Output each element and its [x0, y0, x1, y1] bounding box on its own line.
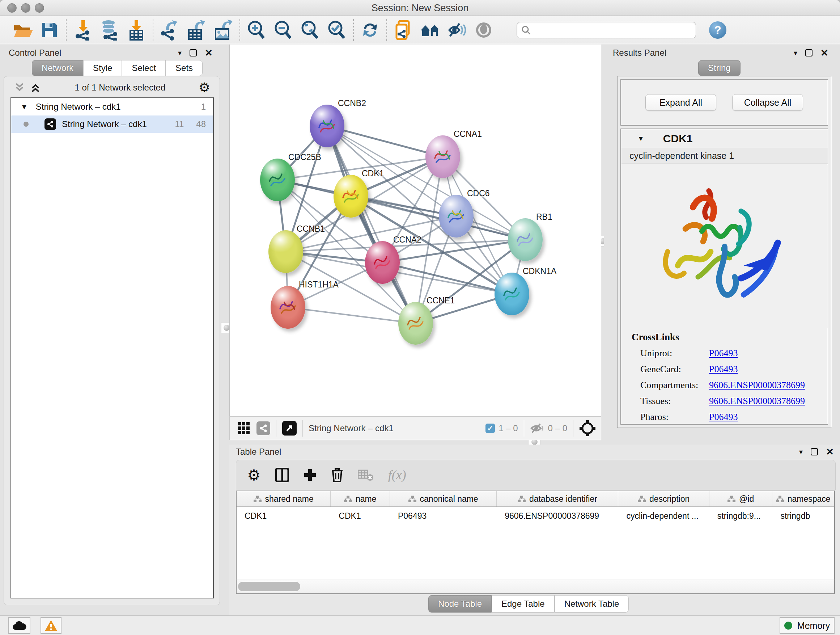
tab-string[interactable]: String: [698, 60, 741, 76]
import-table-icon[interactable]: [123, 19, 150, 42]
column-header-description[interactable]: description: [618, 491, 709, 507]
crosslink-link[interactable]: P06493: [709, 348, 737, 359]
import-network-icon[interactable]: [69, 19, 96, 42]
table-cell[interactable]: CDK1: [237, 508, 331, 524]
column-header-name[interactable]: name: [331, 491, 390, 507]
zoom-fit-icon[interactable]: [297, 19, 324, 42]
node-CCNB1[interactable]: [268, 230, 303, 273]
selected-checkbox-icon[interactable]: ✓: [485, 424, 495, 433]
node-CDKN1A[interactable]: [494, 272, 529, 315]
expand-all-button[interactable]: Expand All: [645, 94, 716, 111]
node-RB1[interactable]: [508, 218, 543, 261]
show-home-icon[interactable]: [417, 19, 444, 42]
crosslink-link[interactable]: P06493: [709, 364, 737, 375]
export-table-icon[interactable]: [183, 19, 210, 42]
memory-button[interactable]: Memory: [780, 617, 835, 634]
warnings-button[interactable]: [41, 617, 62, 634]
network-canvas[interactable]: CCNB2CCNA1CDC25BCDK1CDC6RB1CCNB1CCNA2CDK…: [229, 44, 601, 416]
open-session-icon[interactable]: [9, 19, 36, 42]
export-image-icon[interactable]: [210, 19, 237, 42]
cloud-status-button[interactable]: [8, 617, 30, 634]
tab-sets[interactable]: Sets: [166, 60, 202, 76]
search-field[interactable]: [516, 22, 696, 38]
refresh-view-icon[interactable]: [357, 19, 384, 42]
column-header-canonicalname[interactable]: canonical name: [390, 491, 497, 507]
float-panel-icon[interactable]: [189, 49, 197, 57]
close-panel-icon[interactable]: ✕: [821, 49, 829, 57]
panel-menu-icon[interactable]: ▾: [178, 49, 182, 57]
table-options-gear-icon[interactable]: ⚙: [247, 466, 261, 484]
node-CDC25B[interactable]: [260, 158, 295, 201]
collapse-card-icon[interactable]: ▼: [638, 135, 644, 143]
crosslink-link[interactable]: 9606.ENSP00000378699: [709, 380, 805, 391]
show-columns-icon[interactable]: [275, 468, 289, 482]
node-CCNA1[interactable]: [425, 135, 460, 178]
zoom-selected-icon[interactable]: [324, 19, 350, 42]
tab-edge-table[interactable]: Edge Table: [492, 595, 554, 613]
table-cell[interactable]: 9606.ENSP00000378699: [497, 508, 618, 524]
table-cell[interactable]: stringdb: [772, 508, 834, 524]
delete-column-icon[interactable]: [331, 468, 343, 482]
close-panel-icon[interactable]: ✕: [826, 448, 834, 455]
table-cell[interactable]: stringdb:9...: [709, 508, 773, 524]
node-CCNA2[interactable]: [365, 241, 400, 284]
column-header-namespace[interactable]: namespace: [772, 491, 834, 507]
tree-expander-icon[interactable]: ▼: [21, 103, 28, 111]
tab-network-table[interactable]: Network Table: [554, 595, 629, 613]
node-HIST1H1A[interactable]: [271, 286, 305, 329]
edge-CCNB2-CCNE1[interactable]: [327, 126, 416, 323]
float-panel-icon[interactable]: [805, 49, 813, 57]
zoom-in-icon[interactable]: [243, 19, 270, 42]
tab-style[interactable]: Style: [83, 60, 122, 76]
crosslink-link[interactable]: P06493: [709, 412, 737, 423]
zoom-out-icon[interactable]: [270, 19, 297, 42]
network-overview-icon[interactable]: [256, 421, 270, 435]
node-CDC6[interactable]: [439, 195, 474, 238]
float-panel-icon[interactable]: [811, 448, 818, 455]
close-panel-icon[interactable]: ✕: [205, 49, 213, 57]
table-cell[interactable]: P06493: [390, 508, 497, 524]
column-header-databaseidentifier[interactable]: database identifier: [497, 491, 618, 507]
tab-node-table[interactable]: Node Table: [428, 595, 492, 613]
network-from-selection-icon[interactable]: [390, 19, 417, 42]
edge-CCNE1-HIST1H1A[interactable]: [288, 307, 416, 323]
help-icon[interactable]: ?: [709, 21, 726, 39]
node-CCNB2[interactable]: [309, 105, 344, 147]
detach-view-icon[interactable]: [282, 421, 297, 435]
network-view-toolbar: String Network – cdk1 ✓ 1 – 0 0 – 0: [229, 416, 601, 440]
column-header-sharedname[interactable]: shared name: [237, 491, 331, 507]
import-database-icon[interactable]: [96, 19, 123, 42]
create-column-icon[interactable]: [303, 469, 317, 481]
protein-card: ▼ CDK1 cyclin-dependent kinase 1: [621, 128, 828, 424]
table-cell[interactable]: cyclin-dependent ...: [618, 508, 709, 524]
node-CCNE1[interactable]: [398, 302, 433, 345]
table-cell[interactable]: CDK1: [331, 508, 390, 524]
panel-menu-icon[interactable]: ▾: [794, 49, 797, 57]
table-horizontal-scrollbar[interactable]: [236, 580, 835, 594]
toolbar-separator: [240, 19, 240, 41]
save-session-icon[interactable]: [36, 19, 63, 42]
network-row[interactable]: String Network – cdk1 11 48: [11, 116, 213, 133]
crosslink-link[interactable]: 9606.ENSP00000378699: [709, 396, 805, 407]
panel-menu-icon[interactable]: ▾: [799, 448, 803, 456]
protein-card-header[interactable]: ▼ CDK1: [622, 130, 828, 148]
node-CDK1[interactable]: [333, 175, 368, 218]
network-options-gear-icon[interactable]: ⚙: [199, 80, 210, 95]
cloud-icon: [12, 621, 27, 631]
table-row[interactable]: CDK1CDK1P064939606.ENSP00000378699cyclin…: [237, 508, 834, 524]
fit-selected-crosshair-icon[interactable]: [579, 420, 596, 437]
tab-network[interactable]: Network: [32, 60, 83, 76]
grid-view-icon[interactable]: [238, 422, 250, 434]
column-header-id[interactable]: @id: [709, 491, 773, 507]
collapse-all-button[interactable]: Collapse All: [732, 94, 803, 111]
preview-mode-icon[interactable]: [470, 19, 497, 42]
scrollbar-thumb[interactable]: [238, 582, 300, 591]
network-collection-row[interactable]: ▼ String Network – cdk1 1: [11, 98, 213, 116]
expand-all-icon[interactable]: [29, 82, 42, 93]
collection-count: 1: [201, 102, 206, 112]
hide-panels-icon[interactable]: [444, 19, 470, 42]
export-network-icon[interactable]: [156, 19, 183, 42]
collapse-all-icon[interactable]: [13, 82, 26, 93]
search-input[interactable]: [534, 25, 689, 35]
tab-select[interactable]: Select: [122, 60, 166, 76]
